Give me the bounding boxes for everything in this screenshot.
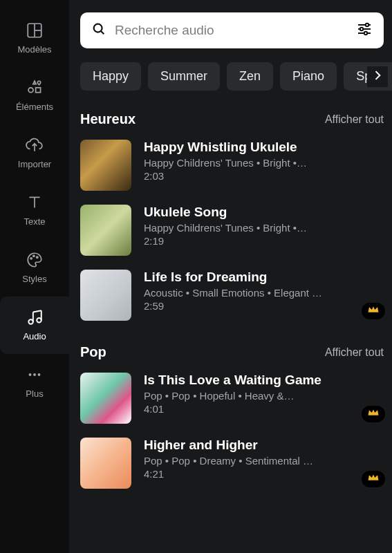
templates-icon <box>25 21 44 40</box>
sidebar-item-label: Audio <box>23 331 46 341</box>
track-item[interactable]: Higher and Higher Pop • Pop • Dreamy • S… <box>80 438 384 489</box>
sidebar-item-upload[interactable]: Importer <box>0 124 69 182</box>
chip-zen[interactable]: Zen <box>227 62 273 91</box>
chevron-right-icon <box>371 68 384 85</box>
track-meta: Happy Childrens' Tunes • Bright •… <box>144 157 384 169</box>
section-title: Pop <box>80 344 106 360</box>
view-all-link[interactable]: Afficher tout <box>325 113 384 126</box>
track-item[interactable]: Is This Love a Waiting Game Pop • Pop • … <box>80 373 384 424</box>
sidebar: Modèles Éléments Importer Texte <box>0 0 69 553</box>
track-item[interactable]: Life Is for Dreaming Acoustic • Small Em… <box>80 270 384 321</box>
track-duration: 2:03 <box>144 170 384 182</box>
track-item[interactable]: Happy Whistling Ukulele Happy Childrens'… <box>80 140 384 191</box>
svg-point-24 <box>360 28 363 30</box>
svg-rect-4 <box>36 88 41 93</box>
track-item[interactable]: Ukulele Song Happy Childrens' Tunes • Br… <box>80 205 384 256</box>
sidebar-item-styles[interactable]: Styles <box>0 239 69 297</box>
svg-point-3 <box>28 88 33 93</box>
track-duration: 2:59 <box>144 300 384 312</box>
styles-icon <box>25 250 44 270</box>
sidebar-item-label: Éléments <box>16 102 53 112</box>
view-all-link[interactable]: Afficher tout <box>325 346 384 359</box>
sidebar-item-label: Plus <box>26 388 43 399</box>
track-title: Life Is for Dreaming <box>144 270 384 285</box>
svg-point-22 <box>366 24 368 26</box>
svg-point-19 <box>94 24 102 32</box>
track-title: Happy Whistling Ukulele <box>144 140 384 155</box>
track-meta: Acoustic • Small Emotions • Elegant … <box>144 287 384 299</box>
track-info: Ukulele Song Happy Childrens' Tunes • Br… <box>144 205 384 256</box>
premium-badge <box>362 471 385 487</box>
chips-scroll-right[interactable] <box>367 66 388 87</box>
search-icon <box>91 21 106 39</box>
sidebar-item-label: Styles <box>22 274 46 284</box>
svg-point-9 <box>33 255 35 256</box>
svg-point-18 <box>38 373 41 376</box>
premium-badge <box>362 303 385 319</box>
main-panel: Happy Summer Zen Piano Sport Heureux Aff… <box>69 0 392 553</box>
track-thumbnail <box>80 140 131 191</box>
track-meta: Happy Childrens' Tunes • Bright •… <box>144 222 384 234</box>
track-info: Life Is for Dreaming Acoustic • Small Em… <box>144 270 384 321</box>
svg-point-10 <box>37 256 38 258</box>
svg-point-16 <box>29 373 32 376</box>
sidebar-item-label: Modèles <box>17 44 51 55</box>
track-info: Happy Whistling Ukulele Happy Childrens'… <box>144 140 384 191</box>
track-thumbnail <box>80 270 131 321</box>
filter-icon[interactable] <box>356 21 373 40</box>
svg-point-17 <box>33 373 36 376</box>
track-thumbnail <box>80 205 131 256</box>
chip-summer[interactable]: Summer <box>148 62 220 91</box>
chip-happy[interactable]: Happy <box>80 62 141 91</box>
search-input[interactable] <box>115 23 348 38</box>
text-icon <box>25 193 44 212</box>
svg-point-8 <box>30 258 32 259</box>
sidebar-item-elements[interactable]: Éléments <box>0 67 69 124</box>
track-duration: 2:19 <box>144 235 384 247</box>
upload-icon <box>25 135 44 155</box>
track-duration: 4:01 <box>144 403 384 415</box>
section-title: Heureux <box>80 111 136 127</box>
sidebar-item-label: Texte <box>24 216 45 227</box>
track-thumbnail <box>80 438 131 489</box>
track-title: Higher and Higher <box>144 438 384 453</box>
sidebar-item-templates[interactable]: Modèles <box>0 10 69 67</box>
section-header-pop: Pop Afficher tout <box>80 344 384 360</box>
track-meta: Pop • Pop • Dreamy • Sentimental … <box>144 455 384 467</box>
track-title: Ukulele Song <box>144 205 384 220</box>
premium-badge <box>362 406 385 422</box>
track-title: Is This Love a Waiting Game <box>144 373 384 388</box>
sidebar-item-label: Importer <box>18 159 51 169</box>
crown-icon <box>367 305 380 317</box>
sidebar-item-text[interactable]: Texte <box>0 182 69 239</box>
svg-line-20 <box>101 31 104 34</box>
crown-icon <box>367 408 380 420</box>
track-info: Higher and Higher Pop • Pop • Dreamy • S… <box>144 438 384 489</box>
audio-icon <box>25 308 44 327</box>
sidebar-item-more[interactable]: Plus <box>0 354 69 411</box>
track-thumbnail <box>80 373 131 424</box>
more-icon <box>25 365 44 384</box>
crown-icon <box>367 473 380 485</box>
svg-point-26 <box>364 32 367 35</box>
section-header-heureux: Heureux Afficher tout <box>80 111 384 127</box>
elements-icon <box>25 78 44 97</box>
track-info: Is This Love a Waiting Game Pop • Pop • … <box>144 373 384 424</box>
chip-piano[interactable]: Piano <box>280 62 337 91</box>
track-meta: Pop • Pop • Hopeful • Heavy &… <box>144 390 384 402</box>
sidebar-item-audio[interactable]: Audio <box>0 297 69 354</box>
filter-chips: Happy Summer Zen Piano Sport <box>80 62 384 91</box>
search-bar[interactable] <box>80 12 384 48</box>
track-duration: 4:21 <box>144 468 384 480</box>
svg-line-15 <box>33 310 41 312</box>
